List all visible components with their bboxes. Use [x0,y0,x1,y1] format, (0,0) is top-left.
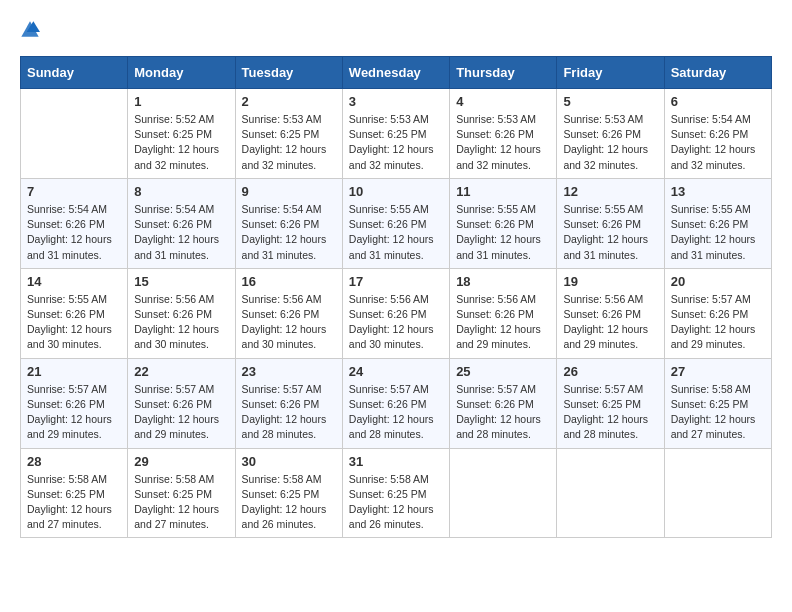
day-number: 19 [563,274,657,289]
calendar-day-cell: 15Sunrise: 5:56 AMSunset: 6:26 PMDayligh… [128,268,235,358]
day-number: 4 [456,94,550,109]
day-info: Sunrise: 5:56 AMSunset: 6:26 PMDaylight:… [563,292,657,353]
calendar-day-cell: 22Sunrise: 5:57 AMSunset: 6:26 PMDayligh… [128,358,235,448]
calendar-day-cell [664,448,771,538]
calendar-week-row: 1Sunrise: 5:52 AMSunset: 6:25 PMDaylight… [21,89,772,179]
day-number: 21 [27,364,121,379]
day-info: Sunrise: 5:53 AMSunset: 6:25 PMDaylight:… [349,112,443,173]
day-number: 3 [349,94,443,109]
day-info: Sunrise: 5:55 AMSunset: 6:26 PMDaylight:… [671,202,765,263]
calendar-day-cell [21,89,128,179]
day-info: Sunrise: 5:53 AMSunset: 6:26 PMDaylight:… [563,112,657,173]
day-number: 11 [456,184,550,199]
day-of-week-header: Wednesday [342,57,449,89]
day-info: Sunrise: 5:54 AMSunset: 6:26 PMDaylight:… [134,202,228,263]
calendar-week-row: 21Sunrise: 5:57 AMSunset: 6:26 PMDayligh… [21,358,772,448]
calendar-week-row: 7Sunrise: 5:54 AMSunset: 6:26 PMDaylight… [21,178,772,268]
day-of-week-header: Sunday [21,57,128,89]
day-number: 20 [671,274,765,289]
day-info: Sunrise: 5:57 AMSunset: 6:26 PMDaylight:… [242,382,336,443]
day-info: Sunrise: 5:53 AMSunset: 6:25 PMDaylight:… [242,112,336,173]
calendar-day-cell: 16Sunrise: 5:56 AMSunset: 6:26 PMDayligh… [235,268,342,358]
day-info: Sunrise: 5:52 AMSunset: 6:25 PMDaylight:… [134,112,228,173]
day-info: Sunrise: 5:58 AMSunset: 6:25 PMDaylight:… [27,472,121,533]
day-number: 10 [349,184,443,199]
day-info: Sunrise: 5:53 AMSunset: 6:26 PMDaylight:… [456,112,550,173]
day-number: 29 [134,454,228,469]
calendar-day-cell: 24Sunrise: 5:57 AMSunset: 6:26 PMDayligh… [342,358,449,448]
day-info: Sunrise: 5:54 AMSunset: 6:26 PMDaylight:… [671,112,765,173]
day-number: 22 [134,364,228,379]
calendar-day-cell: 30Sunrise: 5:58 AMSunset: 6:25 PMDayligh… [235,448,342,538]
calendar-day-cell: 6Sunrise: 5:54 AMSunset: 6:26 PMDaylight… [664,89,771,179]
calendar-day-cell: 17Sunrise: 5:56 AMSunset: 6:26 PMDayligh… [342,268,449,358]
calendar-week-row: 14Sunrise: 5:55 AMSunset: 6:26 PMDayligh… [21,268,772,358]
calendar-day-cell: 27Sunrise: 5:58 AMSunset: 6:25 PMDayligh… [664,358,771,448]
day-info: Sunrise: 5:55 AMSunset: 6:26 PMDaylight:… [349,202,443,263]
day-info: Sunrise: 5:58 AMSunset: 6:25 PMDaylight:… [349,472,443,533]
day-number: 23 [242,364,336,379]
calendar-day-cell: 10Sunrise: 5:55 AMSunset: 6:26 PMDayligh… [342,178,449,268]
calendar-day-cell: 8Sunrise: 5:54 AMSunset: 6:26 PMDaylight… [128,178,235,268]
day-number: 24 [349,364,443,379]
day-info: Sunrise: 5:55 AMSunset: 6:26 PMDaylight:… [456,202,550,263]
calendar-day-cell: 31Sunrise: 5:58 AMSunset: 6:25 PMDayligh… [342,448,449,538]
day-number: 9 [242,184,336,199]
day-info: Sunrise: 5:58 AMSunset: 6:25 PMDaylight:… [242,472,336,533]
page-header [20,20,772,40]
day-number: 28 [27,454,121,469]
calendar-day-cell [557,448,664,538]
day-of-week-header: Thursday [450,57,557,89]
day-number: 5 [563,94,657,109]
calendar-day-cell: 1Sunrise: 5:52 AMSunset: 6:25 PMDaylight… [128,89,235,179]
day-number: 30 [242,454,336,469]
calendar-day-cell: 28Sunrise: 5:58 AMSunset: 6:25 PMDayligh… [21,448,128,538]
day-number: 7 [27,184,121,199]
day-info: Sunrise: 5:55 AMSunset: 6:26 PMDaylight:… [27,292,121,353]
day-number: 31 [349,454,443,469]
day-number: 13 [671,184,765,199]
logo [20,20,48,40]
calendar-day-cell: 14Sunrise: 5:55 AMSunset: 6:26 PMDayligh… [21,268,128,358]
day-info: Sunrise: 5:54 AMSunset: 6:26 PMDaylight:… [242,202,336,263]
day-number: 25 [456,364,550,379]
day-info: Sunrise: 5:54 AMSunset: 6:26 PMDaylight:… [27,202,121,263]
day-number: 14 [27,274,121,289]
calendar-day-cell: 9Sunrise: 5:54 AMSunset: 6:26 PMDaylight… [235,178,342,268]
day-info: Sunrise: 5:57 AMSunset: 6:26 PMDaylight:… [349,382,443,443]
day-info: Sunrise: 5:56 AMSunset: 6:26 PMDaylight:… [242,292,336,353]
calendar-header-row: SundayMondayTuesdayWednesdayThursdayFrid… [21,57,772,89]
day-number: 27 [671,364,765,379]
day-info: Sunrise: 5:58 AMSunset: 6:25 PMDaylight:… [134,472,228,533]
day-of-week-header: Saturday [664,57,771,89]
calendar-day-cell: 13Sunrise: 5:55 AMSunset: 6:26 PMDayligh… [664,178,771,268]
calendar-day-cell: 2Sunrise: 5:53 AMSunset: 6:25 PMDaylight… [235,89,342,179]
day-number: 2 [242,94,336,109]
day-info: Sunrise: 5:56 AMSunset: 6:26 PMDaylight:… [134,292,228,353]
day-info: Sunrise: 5:55 AMSunset: 6:26 PMDaylight:… [563,202,657,263]
calendar-day-cell: 29Sunrise: 5:58 AMSunset: 6:25 PMDayligh… [128,448,235,538]
calendar-day-cell: 11Sunrise: 5:55 AMSunset: 6:26 PMDayligh… [450,178,557,268]
calendar-day-cell: 23Sunrise: 5:57 AMSunset: 6:26 PMDayligh… [235,358,342,448]
day-info: Sunrise: 5:58 AMSunset: 6:25 PMDaylight:… [671,382,765,443]
calendar-day-cell: 26Sunrise: 5:57 AMSunset: 6:25 PMDayligh… [557,358,664,448]
calendar-table: SundayMondayTuesdayWednesdayThursdayFrid… [20,56,772,538]
calendar-day-cell: 20Sunrise: 5:57 AMSunset: 6:26 PMDayligh… [664,268,771,358]
logo-icon [20,20,40,40]
day-info: Sunrise: 5:57 AMSunset: 6:26 PMDaylight:… [456,382,550,443]
day-info: Sunrise: 5:57 AMSunset: 6:25 PMDaylight:… [563,382,657,443]
day-info: Sunrise: 5:57 AMSunset: 6:26 PMDaylight:… [27,382,121,443]
day-number: 17 [349,274,443,289]
calendar-day-cell: 25Sunrise: 5:57 AMSunset: 6:26 PMDayligh… [450,358,557,448]
day-number: 16 [242,274,336,289]
calendar-day-cell: 21Sunrise: 5:57 AMSunset: 6:26 PMDayligh… [21,358,128,448]
day-number: 8 [134,184,228,199]
day-number: 26 [563,364,657,379]
day-of-week-header: Tuesday [235,57,342,89]
day-of-week-header: Friday [557,57,664,89]
calendar-day-cell: 5Sunrise: 5:53 AMSunset: 6:26 PMDaylight… [557,89,664,179]
day-info: Sunrise: 5:56 AMSunset: 6:26 PMDaylight:… [456,292,550,353]
calendar-day-cell: 19Sunrise: 5:56 AMSunset: 6:26 PMDayligh… [557,268,664,358]
calendar-week-row: 28Sunrise: 5:58 AMSunset: 6:25 PMDayligh… [21,448,772,538]
calendar-day-cell: 12Sunrise: 5:55 AMSunset: 6:26 PMDayligh… [557,178,664,268]
